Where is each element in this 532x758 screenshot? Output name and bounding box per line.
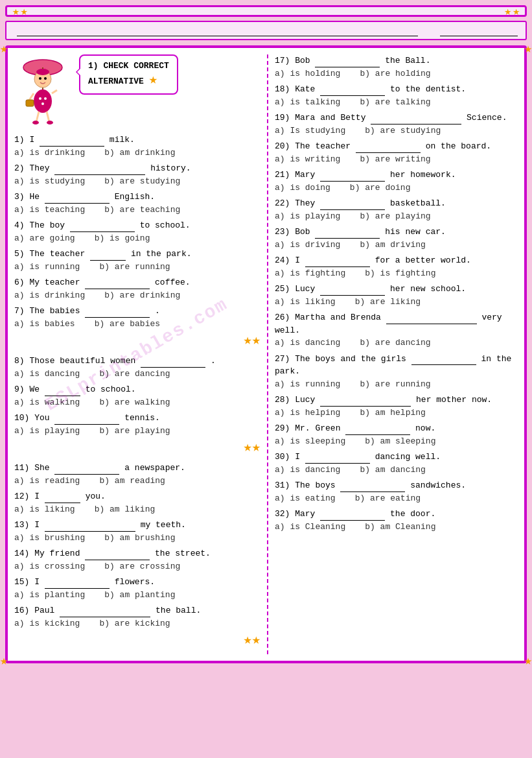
option-b[interactable]: b) is going [95, 233, 150, 243]
option-a[interactable]: a) is walking [14, 397, 80, 407]
answer-blank[interactable] [54, 416, 119, 425]
option-a[interactable]: a) is writing [275, 154, 340, 164]
option-a[interactable]: a) is planting [14, 590, 85, 600]
answer-blank[interactable] [411, 356, 476, 365]
answer-blank[interactable] [305, 258, 370, 267]
answer-blank[interactable] [320, 512, 385, 521]
option-b[interactable]: b) are playing [99, 426, 170, 436]
option-a[interactable]: a) is running [275, 379, 340, 389]
option-b[interactable]: b) is fighting [365, 268, 435, 278]
option-a[interactable]: a) is sleeping [275, 436, 345, 446]
answer-blank[interactable] [320, 397, 411, 407]
option-a[interactable]: a) is holding [275, 69, 340, 78]
answer-blank[interactable] [371, 115, 461, 124]
option-b[interactable]: b) am driving [360, 240, 425, 250]
answer-blank[interactable] [45, 195, 110, 204]
option-b[interactable]: b) am liking [95, 504, 156, 514]
answer-blank[interactable] [45, 580, 110, 589]
option-b[interactable]: b) are playing [360, 211, 430, 221]
option-b[interactable]: b) are holding [360, 69, 430, 78]
option-a[interactable]: a) is kicking [14, 619, 80, 628]
answer-blank[interactable] [40, 137, 104, 147]
option-b[interactable]: b) am helping [360, 408, 425, 418]
option-a[interactable]: a) is running [14, 262, 80, 272]
option-a[interactable]: a) is babies [14, 319, 75, 329]
option-a[interactable]: a) is talking [275, 97, 340, 107]
option-b[interactable]: b) are studying [365, 126, 441, 136]
answer-blank[interactable] [345, 426, 410, 435]
class-input-line[interactable] [440, 25, 518, 36]
option-a[interactable]: a) is dancing [275, 465, 340, 475]
question-block: 8) Those beautiful women .a) is dancingb… [14, 355, 260, 380]
answer-blank[interactable] [320, 172, 385, 182]
option-b[interactable]: b) are walking [99, 397, 170, 407]
answer-blank[interactable] [85, 280, 150, 289]
option-a[interactable]: a) is driving [275, 240, 340, 250]
option-a[interactable]: a) is drinking [14, 148, 85, 158]
option-a[interactable]: a) is dancing [14, 369, 80, 379]
question-block: 26) Martha and Brenda very well.a) is da… [275, 311, 518, 349]
answer-blank[interactable] [45, 523, 135, 532]
option-a[interactable]: a) is dancing [275, 338, 340, 348]
option-a[interactable]: a) is reading [14, 476, 80, 486]
option-a[interactable]: a) is crossing [14, 562, 85, 571]
option-b[interactable]: b) are writing [360, 154, 430, 164]
option-a[interactable]: a) is studying [14, 176, 85, 186]
option-a[interactable]: a) is brushing [14, 533, 85, 543]
option-b[interactable]: b) are babies [95, 319, 160, 329]
option-b[interactable]: b) am sleeping [365, 436, 435, 446]
option-a[interactable]: a) is playing [275, 211, 340, 221]
answer-blank[interactable] [315, 230, 380, 239]
option-b[interactable]: b) are eating [355, 493, 421, 503]
option-b[interactable]: b) am planting [104, 590, 175, 600]
answer-blank[interactable] [54, 466, 119, 475]
option-b[interactable]: b) are dancing [360, 338, 430, 348]
option-b[interactable]: b) are studying [104, 176, 180, 186]
answer-blank[interactable] [320, 87, 385, 96]
option-a[interactable]: a) is eating [275, 493, 336, 503]
option-b[interactable]: b) am drinking [104, 148, 175, 158]
answer-blank[interactable] [320, 201, 385, 210]
answer-blank[interactable] [70, 223, 135, 232]
option-b[interactable]: b) am Cleaning [365, 522, 435, 532]
option-b[interactable]: b) are running [360, 379, 430, 389]
answer-blank[interactable] [85, 309, 150, 318]
option-b[interactable]: b) are crossing [104, 562, 180, 571]
option-a[interactable]: a) is liking [14, 504, 75, 514]
option-b[interactable]: b) are talking [360, 97, 430, 107]
option-a[interactable]: a) is teaching [14, 205, 85, 215]
answer-blank[interactable] [315, 58, 380, 67]
option-b[interactable]: b) are dancing [99, 369, 170, 379]
answer-blank[interactable] [45, 494, 80, 503]
answer-blank[interactable] [90, 252, 126, 261]
option-b[interactable]: b) am dancing [360, 465, 425, 475]
answer-blank[interactable] [54, 166, 145, 175]
answer-blank[interactable] [320, 287, 385, 296]
option-a[interactable]: a) is drinking [14, 290, 85, 300]
option-b[interactable]: b) are liking [355, 297, 421, 307]
answer-blank[interactable] [305, 455, 370, 464]
option-a[interactable]: a) is Cleaning [275, 522, 345, 532]
answer-blank[interactable] [60, 608, 150, 617]
answer-blank[interactable] [386, 315, 477, 324]
option-b[interactable]: b) are kicking [99, 619, 170, 628]
answer-blank[interactable] [85, 551, 150, 560]
option-a[interactable]: a) is doing [275, 183, 330, 193]
name-input-line[interactable] [17, 25, 418, 36]
option-a[interactable]: a) is playing [14, 426, 80, 436]
option-b[interactable]: b) am reading [99, 476, 165, 486]
answer-blank[interactable] [340, 483, 405, 492]
option-a[interactable]: a) are going [14, 233, 75, 243]
option-b[interactable]: b) are running [99, 262, 170, 272]
option-a[interactable]: a) is fighting [275, 268, 345, 278]
option-a[interactable]: a) Is studying [275, 126, 345, 136]
option-b[interactable]: b) are drinking [104, 290, 180, 300]
option-b[interactable]: b) am brushing [104, 533, 175, 543]
option-a[interactable]: a) is liking [275, 297, 336, 307]
option-b[interactable]: b) are doing [350, 183, 411, 193]
option-a[interactable]: a) is helping [275, 408, 340, 418]
answer-blank[interactable] [45, 387, 80, 396]
option-b[interactable]: b) are teaching [104, 205, 180, 215]
answer-blank[interactable] [356, 144, 421, 153]
answer-blank[interactable] [141, 359, 205, 368]
